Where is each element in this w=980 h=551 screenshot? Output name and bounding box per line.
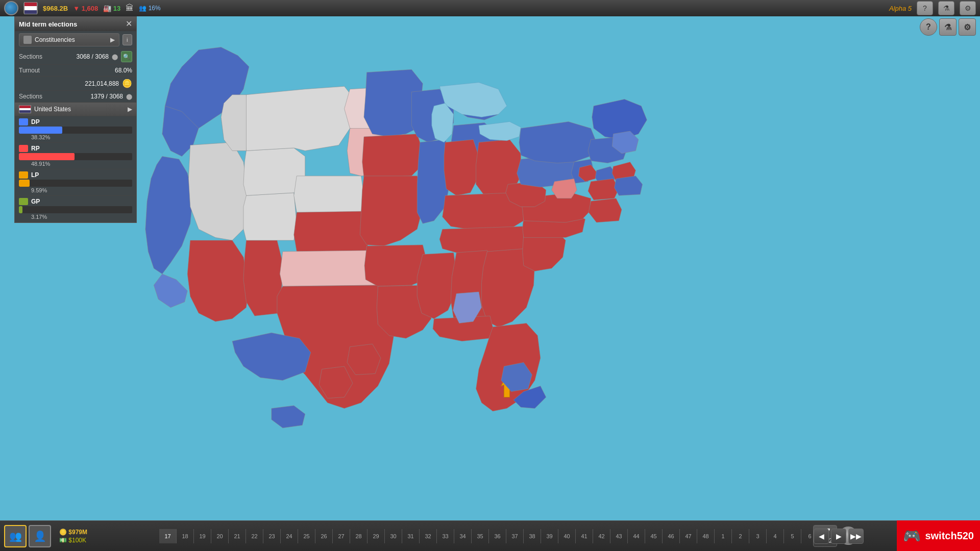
tl-num-27: 27: [333, 529, 350, 543]
tl-num-23: 23: [263, 529, 281, 543]
arrow-right-icon: ▶: [110, 36, 115, 43]
tl-num-5: 5: [784, 529, 801, 543]
turnout-label: Turnout: [19, 67, 60, 74]
play-controls: ◀ ▶ ▶▶: [810, 529, 868, 544]
tl-num-36: 36: [489, 529, 506, 543]
lp-percent: 9.59%: [19, 187, 132, 193]
question-button[interactable]: ?: [920, 18, 937, 36]
topbar: $968.2B ▼ 1,608 🏭 13 🏛 👥 16% Alpha 5 ? ⚗…: [0, 0, 980, 16]
panel-close-button[interactable]: ✕: [126, 20, 132, 28]
person-avatar-button[interactable]: 👤: [29, 525, 51, 547]
rp-name: RP: [31, 145, 40, 152]
turnout-row: Turnout 68.0%: [15, 65, 136, 77]
tl-num-28: 28: [350, 529, 368, 543]
dp-percent: 38.32%: [19, 134, 132, 140]
bottombar: 👥 👤 🪙 $979M 💵 $100K 17 18 19 20 21 22 23…: [0, 520, 980, 551]
lp-bar-background: [19, 180, 132, 187]
party-lp-block: LP 9.59%: [15, 169, 136, 196]
tl-num-38: 38: [524, 529, 541, 543]
constituencies-button[interactable]: Constituencies ▶: [19, 33, 119, 46]
population-display: 👥 16%: [139, 5, 160, 12]
top-right-buttons: ? ⚗ ⚙: [920, 18, 976, 36]
settings-button[interactable]: ⚙: [960, 1, 976, 15]
sections-value: 3068 / 3068: [77, 53, 109, 60]
people-avatar-button[interactable]: 👥: [4, 525, 27, 547]
play-button[interactable]: ▶▶: [848, 529, 864, 544]
dp-name: DP: [31, 118, 40, 126]
gp-percent: 3.17%: [19, 214, 132, 220]
switch-icon: 🎮: [903, 528, 921, 544]
tl-num-4: 4: [767, 529, 784, 543]
tl-num-37: 37: [506, 529, 524, 543]
help-button[interactable]: ?: [917, 1, 933, 15]
tl-num-47: 47: [680, 529, 697, 543]
tl-num-31: 31: [402, 529, 420, 543]
voters-row: 221,014,888 🪙: [15, 77, 136, 91]
sections2-row: Sections 1379 / 3068 ⬤: [15, 91, 136, 103]
switch-badge: 🎮 switch520: [897, 520, 980, 551]
voters-value: 221,014,888: [85, 80, 119, 87]
tl-num-26: 26: [315, 529, 333, 543]
filter-button[interactable]: ⚗: [938, 1, 954, 15]
tl-num-21: 21: [229, 529, 246, 543]
globe-icon[interactable]: [4, 1, 18, 15]
bottom-income-display: 💵 $100K: [59, 537, 86, 544]
settings-top-button[interactable]: ⚙: [959, 18, 976, 36]
flag-button[interactable]: [23, 2, 38, 14]
sections-row: Sections 3068 / 3068 ⬤ 🔍: [15, 49, 136, 65]
tl-num-18: 18: [177, 529, 194, 543]
map-area[interactable]: [0, 16, 980, 520]
filter-top-button[interactable]: ⚗: [939, 18, 957, 36]
money-display: $968.2B: [43, 5, 68, 12]
tl-num-34: 34: [454, 529, 472, 543]
tl-num-45: 45: [645, 529, 663, 543]
constituencies-row: Constituencies ▶ i: [15, 31, 136, 49]
gp-icon: [19, 198, 28, 205]
lp-icon: [19, 171, 28, 179]
turnout-value: 68.0%: [115, 67, 132, 74]
sections-indicator: ⬤: [112, 54, 118, 60]
party-rp-block: RP 48.91%: [15, 143, 136, 169]
tl-num-30: 30: [385, 529, 402, 543]
tl-num-40: 40: [558, 529, 576, 543]
tl-num-32: 32: [420, 529, 437, 543]
panel-title: Mid term elections: [19, 20, 77, 28]
fast-forward-button[interactable]: ▶: [831, 529, 846, 544]
gp-name: GP: [31, 198, 40, 205]
alpha-label: Alpha 5: [889, 5, 912, 12]
left-panel: Mid term elections ✕ Constituencies ▶ i …: [14, 16, 137, 223]
gp-bar-background: [19, 206, 132, 213]
tl-num-33: 33: [437, 529, 454, 543]
tl-num-17: 17: [159, 529, 177, 543]
timeline-numbers: 17 18 19 20 21 22 23 24 25 26 27 28 29 3…: [159, 529, 836, 543]
country-row[interactable]: United States ▶: [15, 103, 136, 116]
rp-bar-fill: [19, 153, 75, 160]
country-name: United States: [34, 106, 128, 113]
constituencies-label: Constituencies: [35, 36, 75, 43]
party-dp-block: DP 38.32%: [15, 116, 136, 143]
tl-num-2: 2: [732, 529, 749, 543]
us-flag-icon: [24, 2, 37, 14]
tl-num-41: 41: [576, 529, 593, 543]
tl-num-42: 42: [593, 529, 610, 543]
dp-bar-background: [19, 127, 132, 134]
info-button[interactable]: i: [122, 34, 133, 45]
tl-num-39: 39: [541, 529, 558, 543]
tl-num-20: 20: [211, 529, 229, 543]
country-flag-icon: [19, 105, 31, 113]
rewind-button[interactable]: ◀: [814, 529, 829, 544]
factory-display: 🏭 13: [103, 5, 120, 12]
debt-display: ▼ 1,608: [73, 5, 98, 12]
sections2-label: Sections: [19, 93, 60, 100]
rp-icon: [19, 145, 28, 152]
money-info: 🪙 $979M 💵 $100K: [55, 525, 157, 547]
tl-num-35: 35: [472, 529, 489, 543]
usa-map[interactable]: [0, 16, 980, 520]
tl-num-46: 46: [663, 529, 680, 543]
switch-text: switch520: [925, 530, 974, 542]
tl-num-19: 19: [194, 529, 211, 543]
search-button[interactable]: 🔍: [121, 51, 132, 62]
tl-num-1: 1: [715, 529, 732, 543]
tl-num-3: 3: [749, 529, 767, 543]
party-gp-block: GP 3.17%: [15, 196, 136, 222]
